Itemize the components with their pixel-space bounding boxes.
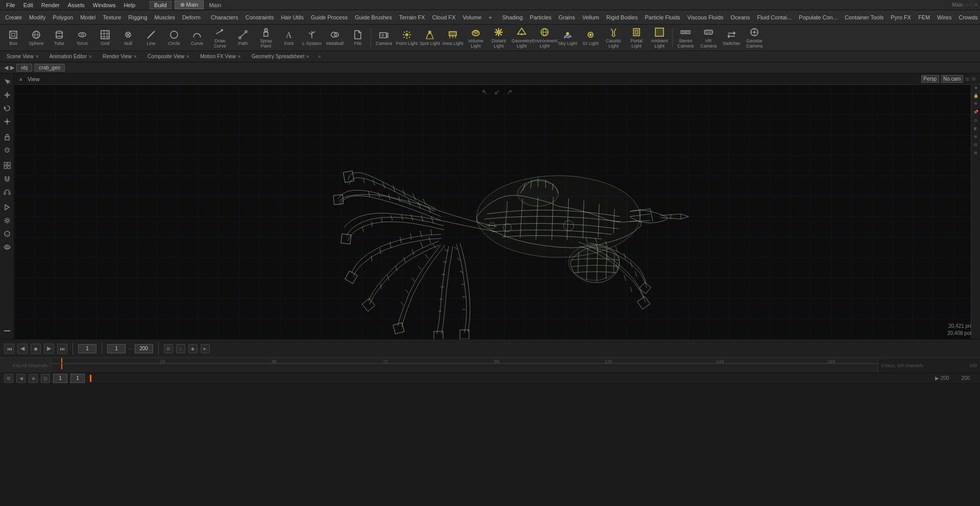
sidebar-bottom-settings[interactable] xyxy=(1,325,13,337)
tb1-deform[interactable]: Deform xyxy=(179,13,204,21)
tb2-path[interactable]: Path xyxy=(232,26,254,50)
breadcrumb-obj[interactable]: obj xyxy=(16,64,32,71)
sidebar-anim[interactable] xyxy=(1,201,13,213)
tb1-fluidcontain[interactable]: Fluid Contai... xyxy=(754,13,795,21)
breadcrumb-forward[interactable]: ▶ xyxy=(10,64,14,71)
vp-camera-select[interactable]: No cam xyxy=(941,75,963,83)
tab-motionfxview-close[interactable]: ✕ xyxy=(237,54,241,59)
tb2-drawcurve[interactable]: Draw Curve xyxy=(209,26,231,50)
sidebar-select[interactable] xyxy=(1,76,13,88)
vp-collapse[interactable]: ▲ xyxy=(18,76,23,82)
tb1-texture[interactable]: Texture xyxy=(100,13,124,21)
tb1-guidebrushes[interactable]: Guide Brushes xyxy=(352,13,395,21)
progress-handle[interactable] xyxy=(90,375,91,382)
status-btn2[interactable]: ◀ xyxy=(16,374,26,383)
tab-motionfxview[interactable]: Motion FX View ✕ xyxy=(195,52,246,61)
timeline-ruler[interactable]: 24 48 72 96 120 144 168 192 xyxy=(51,358,980,373)
tb1-crowds[interactable]: Crowds xyxy=(955,13,980,21)
menu-help[interactable]: Help xyxy=(119,1,139,9)
tb1-particlefluids[interactable]: Particle Fluids xyxy=(642,13,683,21)
status-btn1[interactable]: ⊞ xyxy=(4,374,13,383)
tb1-terrainfx[interactable]: Terrain FX xyxy=(396,13,428,21)
mini-btn-audio[interactable]: ♪ xyxy=(176,344,185,353)
playback-start[interactable]: ⏮ xyxy=(4,344,14,354)
viewport[interactable]: ▲ View Persp Top Front Side No cam ⊞ ⚙ ↖… xyxy=(14,74,980,339)
menu-render[interactable]: Render xyxy=(37,1,64,9)
status-frame1[interactable] xyxy=(53,374,67,383)
vp-nav-track[interactable]: ↙ xyxy=(494,88,500,96)
tab-renderview[interactable]: Render View ✕ xyxy=(98,52,142,61)
tb1-characters[interactable]: Characters xyxy=(208,13,241,21)
range-start[interactable] xyxy=(107,344,126,353)
menu-assets[interactable]: Assets xyxy=(64,1,89,9)
main-tab-right[interactable]: Main xyxy=(952,2,963,8)
menu-windows[interactable]: Windows xyxy=(89,1,120,9)
tb1-oceans[interactable]: Oceans xyxy=(727,13,753,21)
frame-input[interactable] xyxy=(78,344,96,353)
tb2-font[interactable]: A Font xyxy=(278,26,300,50)
tb1-guideprocess[interactable]: Guide Process xyxy=(308,13,351,21)
tb1-rigging[interactable]: Rigging xyxy=(125,13,150,21)
tab-compositeview-close[interactable]: ✕ xyxy=(186,54,190,59)
vp-rp-btn8[interactable]: ⊕ xyxy=(972,133,979,140)
vp-rp-btn4[interactable]: 👁 xyxy=(972,100,979,107)
tb1-shading[interactable]: Shading xyxy=(499,13,526,21)
tb1-containertools[interactable]: Container Tools xyxy=(842,13,887,21)
tb1-constraints[interactable]: Constraints xyxy=(242,13,277,21)
tb1-fem[interactable]: FEM xyxy=(915,13,933,21)
sidebar-tools1[interactable] xyxy=(1,159,13,172)
tab-indicator[interactable]: ⊕ Main xyxy=(175,1,204,9)
vp-rp-btn2[interactable]: ◈ xyxy=(972,84,979,91)
tb2-geostarcamera[interactable]: Geostar Camera xyxy=(743,26,766,50)
window-controls[interactable]: – □ ✕ xyxy=(965,2,978,8)
tb2-vrcamera[interactable]: VR Camera xyxy=(697,26,720,50)
tb2-circle[interactable]: Circle xyxy=(163,26,185,50)
tb2-file[interactable]: File xyxy=(347,26,369,50)
tb2-switcher[interactable]: Switcher xyxy=(720,26,743,50)
breadcrumb-geo[interactable]: crab_geo xyxy=(34,64,65,71)
tb2-pointlight[interactable]: Point Light xyxy=(396,26,418,50)
tab-animeditor-close[interactable]: ✕ xyxy=(88,54,92,59)
tb2-volumelight[interactable]: Volume Light xyxy=(464,26,487,50)
sidebar-settings[interactable] xyxy=(1,214,13,227)
tab-sceneview-close[interactable]: ✕ xyxy=(35,54,39,59)
tb2-ambientlight[interactable]: Ambient Light xyxy=(648,26,671,50)
mini-btn-realtime[interactable]: ⊞ xyxy=(164,344,173,353)
build-box[interactable]: Build xyxy=(150,1,171,9)
tb1-particles[interactable]: Particles xyxy=(527,13,554,21)
sidebar-magnet[interactable] xyxy=(1,173,13,185)
status-frame2[interactable] xyxy=(70,374,85,383)
vp-settings[interactable]: ⚙ xyxy=(971,76,976,82)
sidebar-snap[interactable] xyxy=(1,144,13,156)
vp-expand[interactable]: ⊞ xyxy=(965,76,969,82)
tb2-arealight[interactable]: Area Light xyxy=(442,26,464,50)
sidebar-rotate[interactable] xyxy=(1,102,13,114)
tb1-create[interactable]: Create xyxy=(2,13,25,21)
tb1-muscles[interactable]: Muscles xyxy=(152,13,178,21)
tb1-rigidbodies[interactable]: Rigid Bodies xyxy=(603,13,641,21)
tb2-geometrylight[interactable]: Geometry Light xyxy=(510,26,533,50)
tb2-portallight[interactable]: Portal Light xyxy=(625,26,648,50)
status-btn4[interactable]: ◎ xyxy=(41,374,50,383)
vp-nav-dolly[interactable]: ↗ xyxy=(506,88,512,96)
tab-geospreadsheet[interactable]: Geometry Spreadsheet ✕ xyxy=(247,52,314,61)
tb2-camera[interactable]: Camera xyxy=(373,26,395,50)
tb2-spotlight[interactable]: Spot Light xyxy=(419,26,441,50)
breadcrumb-back[interactable]: ◀ xyxy=(4,64,8,71)
menu-edit[interactable]: Edit xyxy=(19,1,37,9)
tabs-add[interactable]: + xyxy=(317,53,321,60)
tab-sceneview[interactable]: Scene View ✕ xyxy=(2,52,44,61)
tb2-causticlight[interactable]: Caustic Light xyxy=(602,26,625,50)
tb2-envlight[interactable]: Environment Light xyxy=(533,26,556,50)
playback-end[interactable]: ⏭ xyxy=(57,344,67,354)
tb2-box[interactable]: Box xyxy=(2,26,24,50)
sidebar-move[interactable] xyxy=(1,89,13,101)
vp-rp-btn7[interactable]: ◐ xyxy=(972,125,979,132)
vp-rp-btn6[interactable]: ◎ xyxy=(972,116,979,124)
tab-compositeview[interactable]: Composite View ✕ xyxy=(143,52,194,61)
vp-rp-btn3[interactable]: 🔒 xyxy=(972,92,979,99)
vp-rp-btn5[interactable]: 📌 xyxy=(972,108,979,115)
range-end[interactable] xyxy=(135,344,153,353)
tb2-null[interactable]: Null xyxy=(117,26,139,50)
tb1-cloudfx[interactable]: Cloud FX xyxy=(429,13,459,21)
